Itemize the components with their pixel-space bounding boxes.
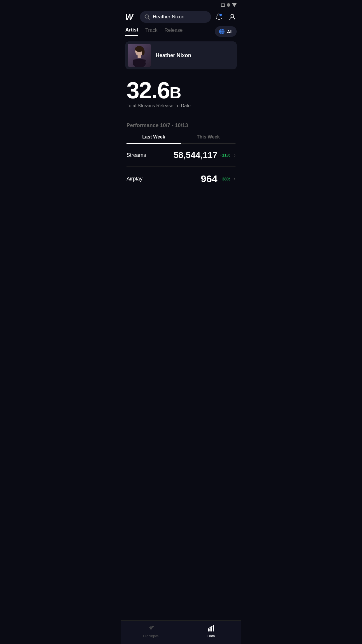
week-tab-last[interactable]: Last Week bbox=[126, 134, 181, 144]
status-icon-signal bbox=[227, 3, 230, 7]
metric-value-airplay: 964 bbox=[201, 173, 217, 185]
metric-value-streams: 58,544,117 bbox=[174, 150, 217, 160]
metric-row-airplay[interactable]: Airplay 964 +38% › bbox=[126, 167, 236, 191]
stats-section: 32.6B Total Streams Release To Date bbox=[121, 76, 241, 115]
notification-button[interactable] bbox=[215, 13, 223, 21]
svg-text:W: W bbox=[125, 13, 134, 21]
tab-artist[interactable]: Artist bbox=[125, 27, 138, 36]
status-icon-battery bbox=[221, 3, 225, 7]
svg-point-3 bbox=[219, 14, 222, 16]
region-filter-button[interactable]: All bbox=[215, 26, 237, 37]
header: W Heather Nixon bbox=[121, 9, 241, 26]
search-icon bbox=[145, 14, 150, 20]
tab-track[interactable]: Track bbox=[145, 27, 157, 36]
globe-icon bbox=[219, 29, 225, 34]
metric-label-airplay: Airplay bbox=[126, 176, 143, 182]
metric-row-streams[interactable]: Streams 58,544,117 +11% › bbox=[126, 144, 236, 167]
tab-release[interactable]: Release bbox=[164, 27, 182, 36]
total-streams-unit: B bbox=[170, 83, 181, 102]
artist-photo bbox=[128, 44, 151, 67]
chevron-right-icon: › bbox=[234, 152, 236, 158]
header-icons bbox=[215, 13, 237, 21]
search-tabs: Artist Track Release All bbox=[121, 26, 241, 41]
region-filter-label: All bbox=[227, 29, 233, 34]
svg-point-13 bbox=[142, 48, 145, 55]
total-streams-display: 32.6B bbox=[126, 79, 236, 102]
metric-value-group-streams: 58,544,117 +11% › bbox=[174, 150, 236, 160]
week-tabs: Last Week This Week bbox=[126, 134, 236, 144]
app-logo[interactable]: W bbox=[125, 11, 136, 22]
status-icon-wifi bbox=[232, 3, 237, 7]
status-bar bbox=[121, 0, 241, 9]
profile-button[interactable] bbox=[228, 13, 237, 21]
metric-change-airplay: +38% bbox=[220, 177, 230, 181]
metric-label-streams: Streams bbox=[126, 152, 146, 158]
search-value: Heather Nixon bbox=[153, 14, 184, 20]
search-bar[interactable]: Heather Nixon bbox=[140, 11, 211, 23]
svg-line-2 bbox=[148, 18, 150, 19]
performance-section: Performance 10/7 - 10/13 Last Week This … bbox=[121, 115, 241, 144]
artist-name: Heather Nixon bbox=[156, 52, 191, 59]
week-tab-this[interactable]: This Week bbox=[181, 134, 236, 144]
metrics-list: Streams 58,544,117 +11% › Airplay 964 +3… bbox=[121, 144, 241, 191]
artist-result-card[interactable]: Heather Nixon bbox=[125, 41, 237, 69]
performance-title: Performance 10/7 - 10/13 bbox=[126, 122, 236, 129]
artist-thumbnail bbox=[128, 44, 151, 67]
svg-point-4 bbox=[231, 14, 234, 17]
logo-text: W bbox=[125, 13, 136, 21]
svg-rect-14 bbox=[138, 55, 141, 58]
metric-value-group-airplay: 964 +38% › bbox=[201, 173, 236, 185]
total-streams-value: 32.6B bbox=[126, 77, 181, 103]
chevron-right-icon-airplay: › bbox=[234, 176, 236, 182]
total-streams-label: Total Streams Release To Date bbox=[126, 103, 236, 108]
metric-change-streams: +11% bbox=[220, 153, 230, 157]
